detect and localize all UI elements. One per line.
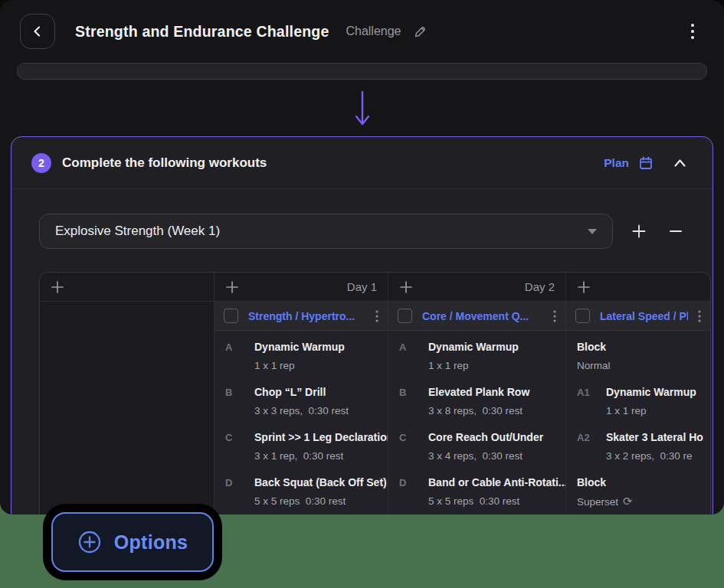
exercise-row[interactable]: ADynamic Warmup1 x 1 rep [399,341,559,372]
board-header-row: Day 1Day 2 [40,273,710,302]
exercise-row[interactable]: ADynamic Warmup1 x 1 rep [225,341,382,372]
block-row[interactable]: BlockNormal [577,341,704,372]
workout-menu-kebab-icon[interactable] [553,310,556,322]
screen: Strength and Endurance Challenge Challen… [0,0,724,588]
week-selector-row: Explosive Strength (Week 1) [39,214,713,249]
workout-checkbox[interactable] [398,309,412,323]
exercise-row[interactable]: A1Dynamic Warmup1 x 1 rep [577,386,704,417]
exercise-main: Core Reach Out/Under3 x 4 reps, 0:30 res… [428,431,543,462]
exercise-detail: 3 x 2 reps, 0:30 re [606,449,703,462]
day-label: Day 2 [525,280,555,293]
exercise-tag: B [225,386,254,417]
back-button[interactable] [20,14,55,49]
workout-title[interactable]: Lateral Speed / Ply [600,310,688,322]
board-body: Strength / Hypertro...ADynamic Warmup1 x… [40,302,710,514]
week-select[interactable]: Explosive Strength (Week 1) [39,214,613,249]
options-button[interactable]: Options [51,512,214,572]
flow-arrow-row [0,87,724,130]
exercise-main: BlockNormal [577,341,611,372]
exercise-row[interactable]: CCore Reach Out/Under3 x 4 reps, 0:30 re… [399,431,559,462]
week-select-value: Explosive Strength (Week 1) [55,224,220,239]
exercise-detail: 5 x 5 reps 0:30 rest [428,495,565,508]
workout-card: Strength / Hypertro...ADynamic Warmup1 x… [215,302,388,514]
edit-pencil-icon[interactable] [414,25,427,38]
chevron-left-icon [31,25,44,38]
workout-title[interactable]: Core / Movement Q... [422,310,543,322]
exercise-tag: A2 [577,431,606,462]
exercise-detail: 3 x 8 reps, 0:30 rest [428,404,529,417]
add-workout-plus-icon[interactable] [577,280,591,294]
exercise-tag: C [225,431,254,462]
exercise-row[interactable]: DBack Squat (Back Off Set)5 x 5 reps 0:3… [225,476,382,508]
options-button-highlight: Options [43,504,222,580]
remove-week-button[interactable] [665,220,686,242]
workout-card-header: Core / Movement Q... [388,302,565,331]
exercise-detail: 1 x 1 rep [606,404,696,417]
exercise-main: Dynamic Warmup1 x 1 rep [428,341,519,372]
exercise-row[interactable]: BElevated Plank Row3 x 8 reps, 0:30 rest [399,386,559,417]
board-header-cell [565,273,710,302]
app-window: Strength and Endurance Challenge Challen… [0,0,724,514]
workout-title[interactable]: Strength / Hypertro... [248,310,365,322]
exercise-detail: 5 x 5 reps 0:30 rest [254,495,387,508]
workout-card-header: Lateral Speed / Ply [566,302,710,331]
step-number-badge: 2 [31,153,51,173]
exercise-main: Back Squat (Back Off Set)5 x 5 reps 0:30… [254,476,387,508]
exercise-detail: 1 x 1 rep [254,359,345,372]
exercise-name: Band or Cable Anti-Rotati... [428,476,565,489]
step-body: Explosive Strength (Week 1) Day 1Day 2 S… [11,189,713,514]
exercise-main: Sprint >> 1 Leg Declarations3 x 1 rep, 0… [254,431,388,462]
exercise-name: Block [577,341,611,354]
exercise-name: Core Reach Out/Under [428,431,543,444]
exercise-main: BlockSuperset⟳ [577,476,633,508]
cycle-icon: ⟳ [623,495,633,508]
collapsed-step-card[interactable] [17,63,707,80]
more-menu-icon[interactable] [690,23,695,40]
board-column: Strength / Hypertro...ADynamic Warmup1 x… [214,302,388,514]
workout-card: Lateral Speed / PlyBlockNormalA1Dynamic … [566,302,710,514]
block-row[interactable]: BlockSuperset⟳ [577,476,704,508]
workout-board: Day 1Day 2 Strength / Hypertro...ADynami… [39,272,711,514]
page-title: Strength and Endurance Challenge [75,23,329,41]
exercise-name: Block [577,476,633,489]
options-label: Options [114,531,188,554]
board-header-cell [40,273,214,302]
plan-label: Plan [604,156,629,170]
exercise-main: Dynamic Warmup1 x 1 rep [606,386,696,417]
exercise-row[interactable]: BChop “L” Drill3 x 3 reps, 0:30 rest [225,386,382,417]
exercise-list: ADynamic Warmup1 x 1 repBElevated Plank … [388,331,565,514]
exercise-name: Dynamic Warmup [254,341,345,354]
flow-down-arrow-icon [353,90,372,127]
workout-card: Core / Movement Q...ADynamic Warmup1 x 1… [388,302,565,514]
exercise-detail: 3 x 1 rep, 0:30 rest [254,449,388,462]
add-workout-plus-icon[interactable] [51,280,64,294]
exercise-name: Dynamic Warmup [606,386,696,399]
workout-menu-kebab-icon[interactable] [375,310,378,322]
add-week-button[interactable] [628,220,650,242]
exercise-list: BlockNormalA1Dynamic Warmup1 x 1 repA2Sk… [566,331,710,514]
plus-circle-icon [77,530,102,554]
exercise-tag: C [399,431,428,462]
app-header: Strength and Endurance Challenge Challen… [0,0,724,49]
exercise-tag: A [399,341,428,372]
exercise-row[interactable]: DBand or Cable Anti-Rotati...5 x 5 reps … [399,476,559,508]
exercise-main: Elevated Plank Row3 x 8 reps, 0:30 rest [428,386,529,417]
exercise-tag: D [399,476,428,508]
workout-checkbox[interactable] [575,309,590,323]
exercise-main: Dynamic Warmup1 x 1 rep [254,341,345,372]
step-title: Complete the following workouts [62,155,267,171]
workout-checkbox[interactable] [224,309,238,323]
add-workout-plus-icon[interactable] [399,280,413,294]
exercise-tag: D [225,476,254,508]
workout-menu-kebab-icon[interactable] [698,310,701,322]
exercise-detail: 1 x 1 rep [428,359,519,372]
board-column [40,302,214,514]
plan-link[interactable]: Plan [604,155,654,171]
exercise-row[interactable]: A2Skater 3 Lateral Ho3 x 2 reps, 0:30 re [577,431,704,462]
collapse-chevron-up-icon[interactable] [673,158,686,168]
exercise-row[interactable]: CSprint >> 1 Leg Declarations3 x 1 rep, … [225,431,382,462]
exercise-detail: 3 x 3 reps, 0:30 rest [254,404,349,417]
exercise-name: Elevated Plank Row [428,386,529,399]
workout-card-header: Strength / Hypertro... [215,302,388,331]
add-workout-plus-icon[interactable] [225,280,239,294]
